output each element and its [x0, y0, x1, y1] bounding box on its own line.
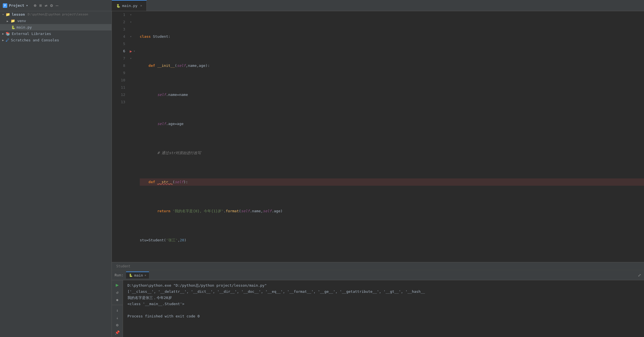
gutter-2: ▾: [129, 18, 137, 26]
breakpoint-arrow: ▶: [130, 49, 132, 53]
run-pin-button[interactable]: 📌: [113, 329, 121, 335]
fold-4[interactable]: ▾: [129, 34, 133, 39]
output-line-1: D:\python\python.exe "D:/python总/python …: [127, 282, 640, 289]
fold-6[interactable]: ▾: [132, 49, 136, 53]
scratches-label: Scratches and Consoles: [11, 38, 59, 42]
param-name: name: [188, 62, 196, 69]
fn-str: __str__: [157, 178, 173, 186]
code-content[interactable]: class Student: def __init__(self,name,ag…: [137, 11, 644, 262]
top-bar: P Project ▾ ⊕ ≡ ⇌ ⚙ — 🐍 main.py ×: [0, 0, 644, 11]
ln-9: 9: [112, 69, 125, 77]
code-line-7: return '我的名字是{0}, 今年{1}岁'.format(self.na…: [140, 208, 644, 215]
locate-icon[interactable]: ⊕: [34, 3, 37, 8]
ln-12: 12: [112, 91, 125, 98]
main-py-tab[interactable]: 🐍 main.py ×: [112, 0, 147, 11]
expand-icon[interactable]: ⇌: [45, 3, 48, 8]
scratches-arrow: ▶: [2, 39, 4, 42]
gutter-10: [129, 77, 137, 84]
cls-student: Student: [153, 33, 168, 40]
kw-return: return: [157, 208, 173, 215]
venv-label: venv: [17, 19, 26, 23]
settings-icon[interactable]: ⚙: [50, 3, 53, 8]
self-4: self: [175, 178, 183, 186]
code-editor[interactable]: 1 2 3 4 5 6 7 8 9 10 11 12 13 ▾: [112, 11, 644, 262]
ln-3: 3: [112, 26, 125, 33]
run-tab-main[interactable]: 🐍 main ×: [126, 272, 149, 279]
lesson-arrow: ▾: [2, 13, 4, 16]
kw-class: class: [140, 33, 153, 40]
kw-def-1: def: [148, 62, 157, 69]
project-menu[interactable]: P Project ▾: [3, 3, 28, 8]
param-age: age: [199, 62, 205, 69]
mainpy-label: main.py: [16, 25, 32, 29]
project-dropdown-arrow[interactable]: ▾: [26, 3, 28, 8]
self-5: self: [241, 208, 250, 215]
extlibs-arrow: ▶: [2, 32, 4, 35]
fold-1[interactable]: ▾: [129, 13, 133, 17]
code-line-3: self.name=name: [140, 91, 644, 98]
comment-1: # 通过str对原始进行改写: [157, 149, 201, 157]
sidebar-item-venv[interactable]: ▶ 📁 venv: [0, 18, 112, 24]
extlibs-icon: 📚: [6, 32, 10, 36]
sidebar: ▾ 📁 lesson D:\python总\python project\les…: [0, 11, 112, 337]
self-2: self: [157, 91, 166, 98]
code-line-6: def __str__(self):: [140, 178, 644, 186]
run-panel-expand-icon[interactable]: ⤢: [638, 273, 641, 277]
run-tab-icon: 🐍: [129, 274, 133, 277]
code-line-1: class Student:: [140, 33, 644, 40]
run-output: D:\python\python.exe "D:/python总/python …: [123, 280, 644, 337]
ln-1: 1: [112, 11, 125, 18]
run-panel: Run: 🐍 main × ⤢ ▶ ↺ ✱ ↓ ⇣: [112, 270, 644, 337]
gutter-4: ▾: [129, 33, 137, 40]
fn-init: __init__: [157, 62, 175, 69]
sidebar-item-mainpy[interactable]: 🐍 main.py: [0, 24, 112, 30]
tab-label: main.py: [122, 4, 138, 8]
kw-def-2: def: [148, 178, 157, 186]
run-panel-header: Run: 🐍 main × ⤢: [112, 270, 644, 280]
minimize-icon[interactable]: —: [56, 3, 58, 8]
toolbar-separator: [112, 305, 123, 305]
fold-7[interactable]: ▾: [129, 56, 133, 61]
gutter-6: ▶ ▾: [129, 48, 137, 55]
num-20: 20: [180, 237, 184, 244]
output-line-2: ['__class__', '__delattr__', '__dict__',…: [127, 289, 640, 295]
line-numbers: 1 2 3 4 5 6 7 8 9 10 11 12 13: [112, 11, 129, 262]
editor-status-text: Student: [116, 264, 131, 268]
fold-2[interactable]: ▾: [129, 20, 133, 24]
editor-status-bar: Student: [112, 262, 644, 270]
lesson-label: lesson: [12, 12, 25, 17]
self-3: self: [157, 120, 166, 128]
run-play-button[interactable]: ▶: [113, 282, 121, 288]
sidebar-item-scratches[interactable]: ▶ 🖊 Scratches and Consoles: [0, 37, 112, 43]
ln-2: 2: [112, 18, 125, 26]
tab-close-button[interactable]: ×: [140, 4, 142, 8]
self-1: self: [177, 62, 186, 69]
str-2: '张三': [166, 237, 178, 244]
ln-13: 13: [112, 98, 125, 106]
gutter-7: ▾: [129, 55, 137, 62]
run-scroll-end-button[interactable]: ⇣: [113, 315, 121, 320]
output-line-6: Process finished with exit code 0: [127, 313, 640, 319]
run-settings-button[interactable]: ⚙: [113, 322, 121, 328]
gutter-column: ▾ ▾ ▾ ▶ ▾ ▾: [129, 11, 137, 262]
self-6: self: [263, 208, 272, 215]
run-stop-button[interactable]: ✱: [113, 297, 121, 303]
gutter-3: [129, 26, 137, 33]
output-line-4: <class '__main__.Student'>: [127, 301, 640, 307]
run-scroll-down-button[interactable]: ↓: [113, 307, 121, 313]
editor-tab-bar: 🐍 main.py ×: [112, 0, 147, 11]
run-tab-label: main: [134, 273, 143, 277]
ln-11: 11: [112, 84, 125, 91]
run-tab-close[interactable]: ×: [145, 274, 146, 277]
sidebar-item-extlibs[interactable]: ▶ 📚 External Libraries: [0, 30, 112, 37]
run-label: Run:: [115, 273, 123, 277]
gutter-13: [129, 98, 137, 106]
output-line-5: [127, 307, 640, 313]
ln-6: 6: [112, 48, 125, 55]
main-layout: ▾ 📁 lesson D:\python总\python project\les…: [0, 11, 644, 337]
gutter-1: ▾: [129, 11, 137, 18]
project-icon: P: [3, 3, 7, 8]
collapse-all-icon[interactable]: ≡: [39, 3, 42, 8]
sidebar-item-lesson[interactable]: ▾ 📁 lesson D:\python总\python project\les…: [0, 11, 112, 18]
run-rerun-button[interactable]: ↺: [113, 289, 121, 295]
